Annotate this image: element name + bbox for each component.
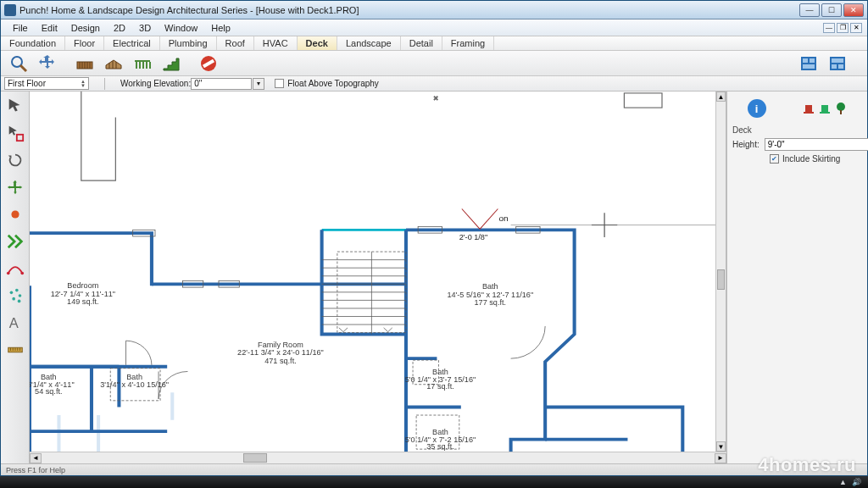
status-bar: Press F1 for Help <box>1 463 867 475</box>
tray-volume-icon: 🔊 <box>852 478 861 486</box>
svg-text:17 sq.ft.: 17 sq.ft. <box>426 383 453 391</box>
tab-floor[interactable]: Floor <box>65 36 104 50</box>
scroll-right-button[interactable]: ► <box>715 453 726 463</box>
svg-text:3'1/4" x 4'-10 15/16": 3'1/4" x 4'-10 15/16" <box>100 380 169 389</box>
svg-text:×: × <box>433 95 437 103</box>
text-tool-button[interactable]: A <box>4 312 26 334</box>
move-cross-icon <box>6 178 25 197</box>
svg-rect-47 <box>624 93 662 108</box>
menu-2d[interactable]: 2D <box>107 21 132 35</box>
scroll-left-button[interactable]: ◄ <box>30 453 42 463</box>
mdi-minimize-button[interactable]: — <box>823 23 835 33</box>
deck-draw-button[interactable] <box>72 53 97 75</box>
rotate-tool-button[interactable] <box>4 149 26 171</box>
svg-text:54 sq.ft.: 54 sq.ft. <box>35 387 62 396</box>
elev-input[interactable]: 0" <box>191 78 252 90</box>
vertical-scrollbar[interactable]: ▲ ▼ <box>715 92 726 452</box>
svg-rect-28 <box>16 135 22 141</box>
float-checkbox[interactable] <box>275 79 284 88</box>
category-tabs: Foundation Floor Electrical Plumbing Roo… <box>1 36 867 51</box>
mdi-restore-button[interactable]: ❐ <box>837 23 849 33</box>
deck-stairs-button[interactable] <box>159 53 184 75</box>
cursor-icon <box>6 97 25 115</box>
svg-text:149 sq.ft.: 149 sq.ft. <box>67 297 99 306</box>
tab-deck[interactable]: Deck <box>298 36 337 50</box>
deck-toolbar <box>1 51 867 76</box>
deck-panel-button[interactable] <box>101 53 126 75</box>
select-group-button[interactable] <box>4 122 26 144</box>
spray-tool-button[interactable] <box>4 285 26 307</box>
no-symbol-icon <box>198 53 219 74</box>
svg-line-1 <box>20 65 26 71</box>
v-scroll-thumb[interactable] <box>717 269 725 290</box>
menu-help[interactable]: Help <box>204 21 237 35</box>
menu-file[interactable]: File <box>6 21 35 35</box>
red-curve-icon <box>6 259 25 278</box>
left-toolbar: A <box>1 92 30 463</box>
menu-design[interactable]: Design <box>64 21 107 35</box>
curve-tool-button[interactable] <box>4 258 26 280</box>
scroll-up-button[interactable]: ▲ <box>716 92 726 102</box>
svg-point-33 <box>15 289 19 292</box>
deck-railing-button[interactable] <box>130 53 155 75</box>
svg-rect-26 <box>832 64 837 69</box>
tab-landscape[interactable]: Landscape <box>337 36 401 50</box>
app-window: Punch! Home & Landscape Design Architect… <box>0 0 868 476</box>
options-bar: First Floor ▲▼ Working Elevation: 0" ▾ F… <box>1 76 867 92</box>
drawing-canvas[interactable]: × <box>30 92 726 452</box>
stairs-icon <box>161 53 181 74</box>
svg-line-80 <box>462 208 480 229</box>
skirting-checkbox[interactable]: ✔ <box>770 154 779 164</box>
record-tool-button[interactable] <box>4 203 26 225</box>
svg-rect-12 <box>135 60 150 62</box>
svg-rect-23 <box>803 64 815 69</box>
move-tool-button[interactable] <box>4 176 26 198</box>
system-tray: ▲ 🔊 <box>839 478 861 486</box>
close-button[interactable]: ✕ <box>843 3 864 17</box>
svg-text:Bath: Bath <box>482 282 498 291</box>
measure-tool-button[interactable] <box>4 339 26 361</box>
zoom-tool-button[interactable] <box>6 53 31 75</box>
chair-red-icon <box>802 102 815 115</box>
view-mode-split-button[interactable] <box>825 53 850 75</box>
red-dot-icon <box>6 205 25 224</box>
dimension-tool-button[interactable] <box>4 230 26 252</box>
tab-framing[interactable]: Framing <box>442 36 494 50</box>
view-mode-2d-button[interactable] <box>796 53 821 75</box>
menu-edit[interactable]: Edit <box>35 21 64 35</box>
chair-green-icon <box>818 102 832 115</box>
svg-text:177 sq.ft.: 177 sq.ft. <box>475 298 507 307</box>
tab-foundation[interactable]: Foundation <box>1 36 65 50</box>
h-scroll-thumb[interactable] <box>243 453 267 463</box>
info-button[interactable]: i <box>748 99 766 118</box>
tab-detail[interactable]: Detail <box>401 36 442 50</box>
pan-tool-button[interactable] <box>35 53 60 75</box>
horizontal-scrollbar[interactable]: ◄ ► <box>30 452 726 463</box>
tab-roof[interactable]: Roof <box>217 36 254 50</box>
floor-select[interactable]: First Floor ▲▼ <box>4 77 89 90</box>
measure-readout: 2'-0 1/8" <box>459 233 487 241</box>
height-input[interactable] <box>765 138 868 151</box>
deck-panel-icon <box>103 53 124 74</box>
svg-point-36 <box>17 300 20 303</box>
tab-electrical[interactable]: Electrical <box>104 36 160 50</box>
workspace: A × <box>1 92 867 463</box>
floorplan-svg: × <box>30 92 726 452</box>
menu-window[interactable]: Window <box>158 21 204 35</box>
deck-delete-button[interactable] <box>196 53 221 75</box>
magnifier-icon <box>8 53 29 74</box>
svg-point-34 <box>18 294 21 297</box>
svg-rect-106 <box>840 110 842 114</box>
mdi-close-button[interactable]: ✕ <box>850 23 862 33</box>
tab-plumbing[interactable]: Plumbing <box>160 36 217 50</box>
minimize-button[interactable]: — <box>799 3 820 17</box>
object-palette[interactable] <box>802 102 848 115</box>
svg-text:471 sq.ft.: 471 sq.ft. <box>264 357 297 365</box>
select-tool-button[interactable] <box>4 95 26 117</box>
menu-3d[interactable]: 3D <box>132 21 158 35</box>
tab-hvac[interactable]: HVAC <box>254 36 298 50</box>
maximize-button[interactable]: ☐ <box>821 3 842 17</box>
scroll-down-button[interactable]: ▼ <box>716 441 726 452</box>
tree-icon <box>834 102 848 115</box>
elev-dropdown-button[interactable]: ▾ <box>253 78 264 90</box>
